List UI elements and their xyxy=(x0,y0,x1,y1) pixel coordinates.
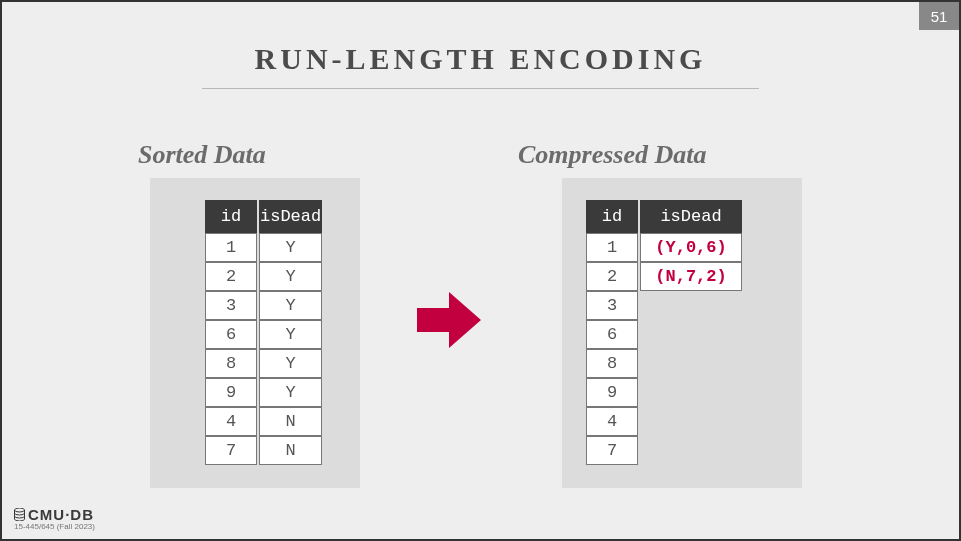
table-row: Y xyxy=(259,262,322,291)
footer: CMU·DB 15-445/645 (Fall 2023) xyxy=(14,506,95,531)
table-row: 3 xyxy=(586,291,638,320)
table-row: 7 xyxy=(586,436,638,465)
col-header-id: id xyxy=(586,200,638,233)
table-row: 4 xyxy=(586,407,638,436)
table-row: Y xyxy=(259,378,322,407)
table-row: 3 xyxy=(205,291,257,320)
title-underline xyxy=(202,88,759,89)
table-row: 2 xyxy=(205,262,257,291)
table-row: 4 xyxy=(205,407,257,436)
col-header-isdead: isDead xyxy=(640,200,742,233)
compressed-isdead-column: isDead (Y,0,6) (N,7,2) xyxy=(640,200,742,291)
table-row: 9 xyxy=(205,378,257,407)
database-icon xyxy=(14,508,25,521)
table-row: (N,7,2) xyxy=(640,262,742,291)
sorted-panel: id 1 2 3 6 8 9 4 7 isDead Y Y Y Y Y Y N … xyxy=(150,178,360,488)
table-row: Y xyxy=(259,349,322,378)
footer-subtext: 15-445/645 (Fall 2023) xyxy=(14,522,95,531)
svg-marker-0 xyxy=(417,292,481,348)
table-row: 6 xyxy=(205,320,257,349)
compressed-panel: id 1 2 3 6 8 9 4 7 isDead (Y,0,6) (N,7,2… xyxy=(562,178,802,488)
table-row: Y xyxy=(259,291,322,320)
col-header-isdead: isDead xyxy=(259,200,322,233)
page-number-badge: 51 xyxy=(919,2,959,30)
table-row: N xyxy=(259,407,322,436)
table-row: (Y,0,6) xyxy=(640,233,742,262)
table-row: 6 xyxy=(586,320,638,349)
slide: 51 RUN-LENGTH ENCODING Sorted Data Compr… xyxy=(0,0,961,541)
svg-point-1 xyxy=(15,508,25,512)
left-section-label: Sorted Data xyxy=(138,140,266,170)
rle-tuple: (Y,0,6) xyxy=(640,233,742,262)
table-row: 7 xyxy=(205,436,257,465)
table-row: 1 xyxy=(205,233,257,262)
table-row: Y xyxy=(259,233,322,262)
compressed-id-column: id 1 2 3 6 8 9 4 7 xyxy=(586,200,638,465)
sorted-id-column: id 1 2 3 6 8 9 4 7 xyxy=(205,200,257,465)
rle-tuple: (N,7,2) xyxy=(640,262,742,291)
footer-logo-text: CMU·DB xyxy=(28,506,94,523)
table-row: 9 xyxy=(586,378,638,407)
footer-logo: CMU·DB xyxy=(14,506,95,523)
sorted-isdead-column: isDead Y Y Y Y Y Y N N xyxy=(259,200,322,465)
table-row: 2 xyxy=(586,262,638,291)
slide-title: RUN-LENGTH ENCODING xyxy=(2,42,959,76)
table-row: 1 xyxy=(586,233,638,262)
arrow-icon xyxy=(417,292,481,348)
table-row: 8 xyxy=(205,349,257,378)
table-row: N xyxy=(259,436,322,465)
right-section-label: Compressed Data xyxy=(518,140,707,170)
table-row: 8 xyxy=(586,349,638,378)
table-row: Y xyxy=(259,320,322,349)
col-header-id: id xyxy=(205,200,257,233)
